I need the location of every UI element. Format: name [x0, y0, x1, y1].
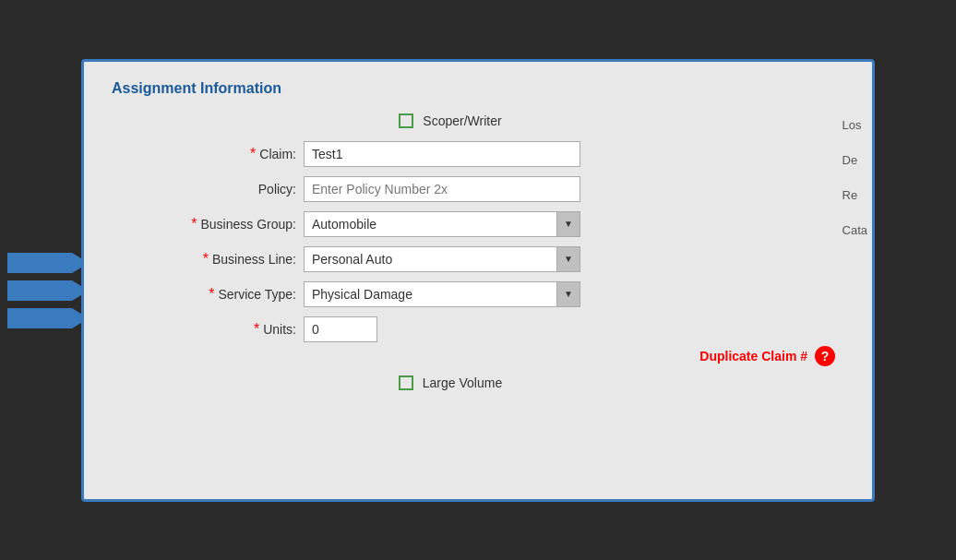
policy-row: Policy:: [167, 176, 844, 202]
claim-input[interactable]: [304, 141, 580, 167]
right-label-cata: Cata: [842, 218, 867, 244]
arrow-2: [7, 280, 72, 301]
business-line-row: * Business Line: Personal Auto Commercia…: [167, 246, 844, 272]
scoper-writer-label: Scoper/Writer: [423, 113, 501, 128]
assignment-panel: Los De Re Cata Assignment Information Sc…: [81, 59, 875, 502]
units-required-star: *: [254, 322, 259, 337]
duplicate-claim-help-icon[interactable]: ?: [815, 346, 835, 366]
large-volume-label: Large Volume: [423, 375, 502, 390]
claim-label-wrapper: * Claim:: [167, 147, 296, 161]
claim-label: Claim:: [259, 147, 296, 161]
policy-input[interactable]: [304, 176, 580, 202]
service-type-label: Service Type:: [218, 287, 296, 302]
units-input[interactable]: [304, 316, 377, 342]
scoper-writer-row: Scoper/Writer: [56, 113, 844, 128]
form-grid: * Claim: Policy: * Business Group:: [167, 141, 844, 342]
business-line-label-wrapper: * Business Line:: [167, 252, 296, 267]
service-type-select[interactable]: Physical Damage Liability Comprehensive: [304, 281, 580, 307]
service-type-required-star: *: [209, 287, 214, 302]
panel-title: Assignment Information: [112, 80, 844, 97]
policy-label: Policy:: [258, 182, 296, 197]
claim-required-star: *: [250, 147, 256, 161]
arrows-container: [7, 253, 72, 328]
business-group-required-star: *: [191, 217, 197, 232]
duplicate-claim-text: Duplicate Claim #: [699, 349, 807, 363]
units-row: * Units:: [167, 316, 844, 342]
business-line-select[interactable]: Personal Auto Commercial Auto: [304, 246, 580, 272]
business-group-row: * Business Group: Automobile Commercial …: [167, 211, 844, 237]
business-group-label: Business Group:: [201, 217, 297, 232]
service-type-row: * Service Type: Physical Damage Liabilit…: [167, 281, 844, 307]
right-labels: Los De Re Cata: [842, 113, 872, 244]
duplicate-claim-row: Duplicate Claim # ?: [112, 346, 844, 366]
service-type-select-wrapper: Physical Damage Liability Comprehensive …: [304, 281, 580, 307]
business-group-select-wrapper: Automobile Commercial Personal ▼: [304, 211, 580, 237]
policy-label-wrapper: Policy:: [167, 182, 296, 197]
business-group-select[interactable]: Automobile Commercial Personal: [304, 211, 580, 237]
arrow-3: [7, 308, 72, 328]
large-volume-checkbox[interactable]: [399, 375, 413, 390]
units-label-wrapper: * Units:: [167, 322, 296, 337]
right-label-de: De: [842, 148, 867, 173]
business-group-label-wrapper: * Business Group:: [167, 217, 296, 232]
business-line-required-star: *: [203, 252, 209, 267]
claim-row: * Claim:: [167, 141, 844, 167]
business-line-select-wrapper: Personal Auto Commercial Auto ▼: [304, 246, 580, 272]
large-volume-row: Large Volume: [56, 375, 844, 390]
service-type-label-wrapper: * Service Type:: [167, 287, 296, 302]
right-label-los: Los: [842, 113, 867, 138]
arrow-1: [7, 253, 72, 273]
right-label-re: Re: [842, 183, 867, 209]
business-line-label: Business Line:: [212, 252, 296, 267]
scoper-writer-checkbox[interactable]: [399, 113, 413, 128]
units-label: Units:: [263, 322, 296, 337]
